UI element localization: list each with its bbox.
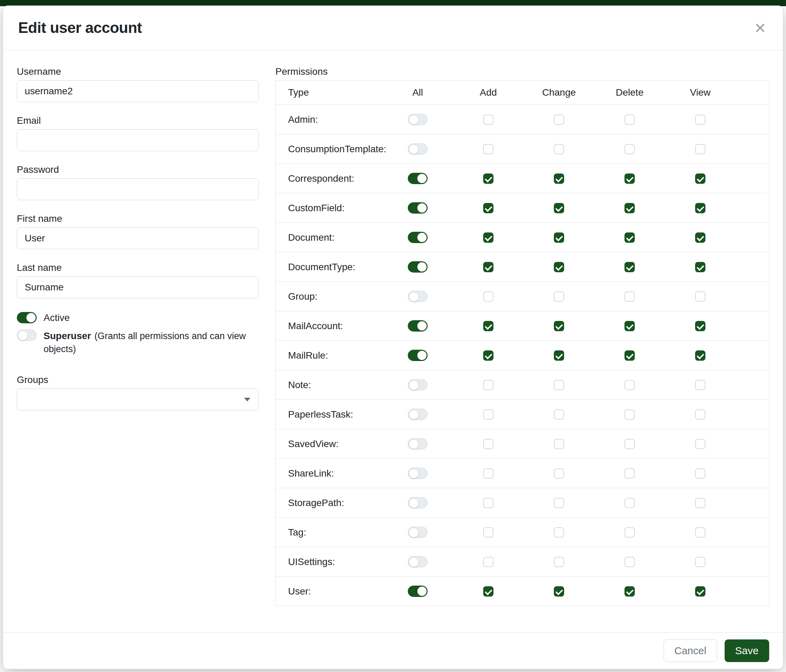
password-input[interactable] — [17, 178, 259, 200]
permission-add-checkbox[interactable] — [483, 144, 494, 154]
permission-all-toggle[interactable] — [408, 409, 428, 420]
permission-add-checkbox[interactable] — [483, 586, 494, 597]
permission-all-toggle[interactable] — [408, 350, 428, 361]
permission-delete-checkbox[interactable] — [624, 380, 635, 390]
permission-change-checkbox[interactable] — [554, 115, 564, 125]
permission-view-checkbox[interactable] — [695, 232, 706, 243]
permission-view-checkbox[interactable] — [695, 409, 706, 420]
permission-change-checkbox[interactable] — [554, 498, 564, 508]
permission-delete-checkbox[interactable] — [624, 262, 635, 272]
permission-view-checkbox[interactable] — [695, 439, 706, 449]
permission-add-checkbox[interactable] — [483, 232, 494, 243]
last-name-input[interactable] — [17, 276, 259, 298]
permission-delete-checkbox[interactable] — [624, 144, 635, 154]
permissions-table: Type All Add Change Delete View Admin: C… — [275, 80, 769, 606]
permission-change-checkbox[interactable] — [554, 262, 564, 272]
permission-delete-checkbox[interactable] — [624, 409, 635, 420]
permission-view-checkbox[interactable] — [695, 468, 706, 479]
permission-view-checkbox[interactable] — [695, 498, 706, 508]
permission-change-checkbox[interactable] — [554, 409, 564, 420]
permission-change-checkbox[interactable] — [554, 468, 564, 479]
table-row: MailAccount: — [276, 311, 769, 341]
permission-all-toggle[interactable] — [408, 173, 428, 184]
permission-view-checkbox[interactable] — [695, 350, 706, 361]
groups-select[interactable] — [17, 388, 259, 410]
close-icon[interactable]: × — [752, 18, 768, 38]
permission-delete-checkbox[interactable] — [624, 557, 635, 567]
permission-view-checkbox[interactable] — [695, 144, 706, 154]
permission-change-checkbox[interactable] — [554, 380, 564, 390]
permission-change-checkbox[interactable] — [554, 586, 564, 597]
permission-view-checkbox[interactable] — [695, 262, 706, 272]
permission-add-checkbox[interactable] — [483, 498, 494, 508]
permission-delete-checkbox[interactable] — [624, 498, 635, 508]
permission-change-checkbox[interactable] — [554, 557, 564, 567]
permission-add-checkbox[interactable] — [483, 557, 494, 567]
permission-view-checkbox[interactable] — [695, 115, 706, 125]
permission-change-checkbox[interactable] — [554, 439, 564, 449]
permission-change-checkbox[interactable] — [554, 527, 564, 538]
permission-add-checkbox[interactable] — [483, 439, 494, 449]
permission-view-checkbox[interactable] — [695, 527, 706, 538]
permission-delete-checkbox[interactable] — [624, 586, 635, 597]
permission-all-toggle[interactable] — [408, 556, 428, 567]
permission-all-toggle[interactable] — [408, 586, 428, 597]
permission-delete-checkbox[interactable] — [624, 232, 635, 243]
permission-all-toggle[interactable] — [408, 114, 428, 125]
active-toggle[interactable] — [17, 312, 37, 323]
permission-view-checkbox[interactable] — [695, 291, 706, 302]
permission-view-checkbox[interactable] — [695, 173, 706, 184]
permission-view-checkbox[interactable] — [695, 586, 706, 597]
permission-all-toggle[interactable] — [408, 468, 428, 479]
permission-add-checkbox[interactable] — [483, 527, 494, 538]
permission-delete-checkbox[interactable] — [624, 203, 635, 213]
permission-all-toggle[interactable] — [408, 261, 428, 273]
save-button[interactable]: Save — [725, 639, 769, 662]
permission-view-checkbox[interactable] — [695, 557, 706, 567]
table-row: Note: — [276, 370, 769, 399]
permission-all-toggle[interactable] — [408, 291, 428, 302]
permission-all-toggle[interactable] — [408, 143, 428, 155]
permission-add-checkbox[interactable] — [483, 350, 494, 361]
permission-delete-checkbox[interactable] — [624, 115, 635, 125]
permission-all-toggle[interactable] — [408, 232, 428, 243]
email-input[interactable] — [17, 129, 259, 151]
superuser-toggle[interactable] — [17, 330, 37, 341]
permission-add-checkbox[interactable] — [483, 115, 494, 125]
permission-delete-checkbox[interactable] — [624, 439, 635, 449]
permission-change-checkbox[interactable] — [554, 321, 564, 331]
permission-view-checkbox[interactable] — [695, 380, 706, 390]
permission-delete-checkbox[interactable] — [624, 321, 635, 331]
permission-change-checkbox[interactable] — [554, 232, 564, 243]
permission-all-toggle[interactable] — [408, 320, 428, 331]
permission-change-checkbox[interactable] — [554, 144, 564, 154]
permission-add-checkbox[interactable] — [483, 291, 494, 302]
username-input[interactable] — [17, 80, 259, 102]
permission-type-label: ConsumptionTemplate: — [276, 144, 382, 155]
permission-add-checkbox[interactable] — [483, 409, 494, 420]
permission-all-toggle[interactable] — [408, 497, 428, 509]
permission-delete-checkbox[interactable] — [624, 527, 635, 538]
permission-all-toggle[interactable] — [408, 438, 428, 449]
permission-change-checkbox[interactable] — [554, 203, 564, 213]
permission-all-toggle[interactable] — [408, 202, 428, 214]
permission-delete-checkbox[interactable] — [624, 350, 635, 361]
permission-view-checkbox[interactable] — [695, 203, 706, 213]
permission-add-checkbox[interactable] — [483, 262, 494, 272]
permission-add-checkbox[interactable] — [483, 321, 494, 331]
permission-change-checkbox[interactable] — [554, 350, 564, 361]
permission-change-checkbox[interactable] — [554, 291, 564, 302]
permission-delete-checkbox[interactable] — [624, 173, 635, 184]
permission-add-checkbox[interactable] — [483, 468, 494, 479]
permission-view-checkbox[interactable] — [695, 321, 706, 331]
permission-delete-checkbox[interactable] — [624, 291, 635, 302]
permission-change-checkbox[interactable] — [554, 173, 564, 184]
cancel-button[interactable]: Cancel — [663, 639, 717, 662]
permission-add-checkbox[interactable] — [483, 203, 494, 213]
permission-add-checkbox[interactable] — [483, 380, 494, 390]
permission-all-toggle[interactable] — [408, 527, 428, 538]
permission-delete-checkbox[interactable] — [624, 468, 635, 479]
permission-all-toggle[interactable] — [408, 379, 428, 391]
permission-add-checkbox[interactable] — [483, 173, 494, 184]
first-name-input[interactable] — [17, 227, 259, 249]
